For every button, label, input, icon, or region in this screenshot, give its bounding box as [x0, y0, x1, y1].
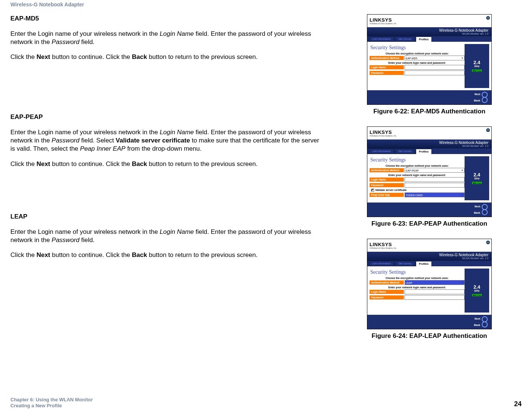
tabbar: Link Information Site Survey Profiles — [367, 36, 491, 42]
back-button[interactable]: Back — [474, 211, 480, 214]
paragraph: Enter the Login name of your wireless ne… — [10, 228, 323, 244]
password-input[interactable] — [405, 295, 465, 300]
screenshot-eap-md5: LINKSYSA Division of Cisco Systems, Inc.… — [367, 14, 492, 105]
figure-6-24: LINKSYSA Division of Cisco Systems, Inc.… — [337, 239, 522, 340]
password-input[interactable] — [405, 70, 465, 75]
enter-login-label: Enter your network login name and passwo… — [370, 286, 465, 289]
figure-caption: Figure 6-24: EAP-LEAP Authentication — [337, 332, 522, 340]
banner: Wireless-G Notebook Adapter WLAN Monitor… — [367, 27, 491, 36]
back-button-icon[interactable] — [482, 97, 488, 103]
login-name-input[interactable] — [405, 65, 465, 70]
peap-inner-select[interactable]: TOKEN CARD — [405, 192, 465, 197]
window-titlebar: LINKSYSA Division of Cisco Systems, Inc.… — [367, 239, 491, 252]
close-icon[interactable]: × — [486, 128, 490, 132]
login-name-input[interactable] — [405, 289, 465, 294]
figure-6-22: LINKSYSA Division of Cisco Systems, Inc.… — [337, 14, 522, 115]
tab-site-survey[interactable]: Site Survey — [395, 261, 415, 266]
paragraph: Click the Next button to continue. Click… — [10, 251, 323, 259]
auth-method-select[interactable]: LEAP — [405, 280, 465, 285]
choose-encryption-label: Choose the encryption method your networ… — [370, 52, 465, 55]
auth-method-label: Authentication Method — [370, 168, 404, 172]
paragraph: Enter the Login name of your wireless ne… — [10, 128, 323, 153]
ghz-badge-panel: 2.4GHz802.11g — [465, 269, 489, 313]
tabbar: Link Information Site Survey Profiles — [367, 148, 491, 154]
auth-method-select[interactable]: EAP-PEAP — [405, 168, 465, 173]
tab-site-survey[interactable]: Site Survey — [395, 148, 415, 154]
window-titlebar: LINKSYSA Division of Cisco Systems, Inc.… — [367, 15, 491, 27]
auth-method-select[interactable]: EAP-MD5 — [405, 56, 465, 60]
screenshot-leap: LINKSYSA Division of Cisco Systems, Inc.… — [367, 239, 492, 329]
logo-text: LINKSYSA Division of Cisco Systems, Inc. — [370, 242, 397, 249]
tab-link-information[interactable]: Link Information — [369, 148, 394, 154]
password-input[interactable] — [405, 183, 465, 188]
banner: Wireless-G Notebook Adapter WLAN Monitor… — [367, 139, 491, 148]
tab-profiles[interactable]: Profiles — [416, 37, 432, 42]
logo-text: LINKSYSA Division of Cisco Systems, Inc. — [370, 17, 397, 25]
login-name-label: Login Name — [370, 290, 404, 294]
security-settings-title: Security Settings — [370, 269, 465, 275]
section-leap: LEAP Enter the Login name of your wirele… — [10, 213, 323, 259]
heading-eap-md5: EAP-MD5 — [10, 15, 323, 22]
paragraph: Click the Next button to continue. Click… — [10, 160, 323, 168]
password-label: Password — [370, 295, 404, 299]
window-titlebar: LINKSYSA Division of Cisco Systems, Inc.… — [367, 127, 491, 139]
back-button[interactable]: Back — [474, 324, 480, 326]
tab-link-information[interactable]: Link Information — [369, 36, 394, 42]
screenshot-eap-peap: LINKSYSA Division of Cisco Systems, Inc.… — [367, 126, 492, 217]
figure-caption: Figure 6-23: EAP-PEAP Authentication — [337, 220, 522, 228]
section-eap-peap: EAP-PEAP Enter the Login name of your wi… — [10, 113, 323, 168]
validate-cert-checkbox[interactable] — [371, 189, 374, 192]
password-label: Password — [370, 71, 404, 75]
figure-6-23: LINKSYSA Division of Cisco Systems, Inc.… — [337, 126, 522, 228]
banner: Wireless-G Notebook Adapter WLAN Monitor… — [367, 252, 491, 261]
heading-leap: LEAP — [10, 213, 323, 220]
choose-encryption-label: Choose the encryption method your networ… — [370, 277, 465, 279]
enter-login-label: Enter your network login name and passwo… — [370, 174, 465, 176]
tabbar: Link Information Site Survey Profiles — [367, 261, 491, 266]
security-settings-title: Security Settings — [370, 157, 465, 163]
auth-method-label: Authentication Method — [370, 280, 404, 285]
auth-method-label: Authentication Method — [370, 56, 404, 60]
close-icon[interactable]: × — [486, 16, 490, 20]
page-header: Wireless-G Notebook Adapter — [10, 1, 84, 7]
next-button[interactable]: Next — [475, 317, 480, 320]
tab-profiles[interactable]: Profiles — [416, 149, 432, 154]
next-button[interactable]: Next — [475, 93, 480, 95]
close-icon[interactable]: × — [486, 241, 490, 244]
password-label: Password — [370, 183, 404, 187]
choose-encryption-label: Choose the encryption method your networ… — [370, 164, 465, 167]
figure-caption: Figure 6-22: EAP-MD5 Authentication — [337, 108, 522, 115]
ghz-badge-panel: 2.4GHz802.11g — [465, 156, 489, 200]
login-name-input[interactable] — [405, 177, 465, 182]
tab-profiles[interactable]: Profiles — [416, 261, 432, 266]
page-footer-left: Chapter 6: Using the WLAN Monitor Creati… — [10, 397, 93, 409]
login-name-label: Login Name — [370, 178, 404, 182]
enter-login-label: Enter your network login name and passwo… — [370, 62, 465, 64]
back-button[interactable]: Back — [474, 99, 480, 102]
validate-cert-row[interactable]: Validate server certificate — [371, 189, 465, 192]
paragraph: Click the Next button to continue. Click… — [10, 53, 323, 61]
section-eap-md5: EAP-MD5 Enter the Login name of your wir… — [10, 15, 323, 61]
tab-link-information[interactable]: Link Information — [369, 261, 394, 266]
login-name-label: Login Name — [370, 65, 404, 69]
logo-text: LINKSYSA Division of Cisco Systems, Inc. — [370, 129, 397, 137]
peap-inner-label: Peap Inner Eap — [370, 193, 404, 197]
ghz-badge-panel: 2.4GHz802.11g — [465, 44, 489, 88]
back-button-icon[interactable] — [482, 321, 488, 327]
next-button[interactable]: Next — [475, 205, 480, 208]
tab-site-survey[interactable]: Site Survey — [395, 36, 415, 42]
page-number: 24 — [514, 400, 522, 408]
paragraph: Enter the Login name of your wireless ne… — [10, 30, 323, 46]
back-button-icon[interactable] — [482, 209, 488, 215]
security-settings-title: Security Settings — [370, 45, 465, 51]
heading-eap-peap: EAP-PEAP — [10, 113, 323, 121]
